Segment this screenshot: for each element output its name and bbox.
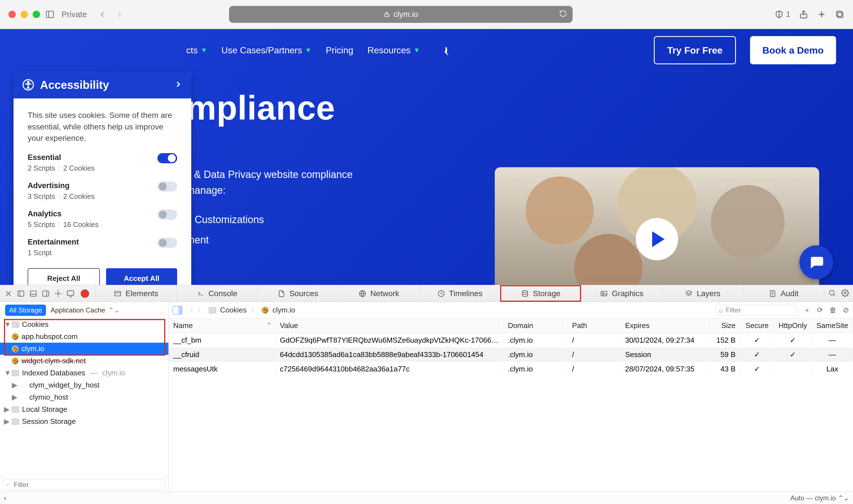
minimize-window[interactable] (21, 11, 28, 18)
window-controls (8, 11, 40, 18)
col-name[interactable]: Name (169, 319, 275, 333)
clear-all-icon[interactable]: ⊘ (843, 306, 849, 314)
cookie-host-hubspot[interactable]: app.hubspot.com (0, 330, 168, 343)
console-prompt-icon[interactable]: › (4, 494, 6, 502)
toggle-details-panel-icon[interactable] (173, 306, 182, 314)
col-value[interactable]: Value (275, 319, 504, 333)
dock-right-icon[interactable] (40, 288, 51, 299)
cookie-host-widget[interactable]: widget.clym-sdk.net (0, 355, 168, 367)
svg-point-32 (522, 290, 528, 292)
toggle-advertising[interactable] (158, 181, 177, 192)
hero-video[interactable] (495, 167, 819, 285)
tab-layers[interactable]: Layers (662, 285, 743, 302)
close-devtools-icon[interactable] (3, 288, 14, 299)
nav-search-icon[interactable] (446, 48, 447, 53)
toggle-analytics[interactable] (158, 210, 177, 220)
col-domain[interactable]: Domain (503, 319, 567, 333)
tree-session-storage[interactable]: ▶Session Storage (0, 415, 168, 428)
svg-rect-26 (114, 291, 121, 295)
dock-bottom-icon[interactable] (28, 288, 39, 299)
close-window[interactable] (8, 11, 16, 18)
share-icon[interactable] (799, 10, 809, 19)
try-free-button[interactable]: Try For Free (654, 36, 736, 64)
idb-item-2[interactable]: ▶clymio_host (0, 391, 168, 403)
play-button[interactable] (636, 218, 678, 260)
storage-tree: ▼Cookies app.hubspot.com clym.io widget.… (0, 319, 168, 478)
inspect-icon[interactable] (53, 288, 64, 299)
tab-sources[interactable]: Sources (257, 285, 338, 302)
crumb-back-icon[interactable]: 〈 (186, 305, 194, 315)
idb-item-1[interactable]: ▶clym_widget_by_host (0, 379, 168, 391)
book-demo-button[interactable]: Book a Demo (750, 36, 836, 64)
forward-icon[interactable] (114, 10, 124, 19)
dock-left-icon[interactable] (15, 288, 26, 299)
table-row[interactable]: __cfruid64dcdd1305385ad6a1ca83bb5888e9ab… (169, 347, 853, 362)
tab-storage[interactable]: Storage (500, 285, 581, 302)
tab-graphics[interactable]: Graphics (581, 285, 662, 302)
chat-fab[interactable] (799, 245, 833, 279)
a11y-description: This site uses cookies. Some of them are… (28, 110, 177, 144)
tree-indexed-db[interactable]: ▼Indexed Databases — clym.io (0, 367, 168, 379)
accept-all-button[interactable]: Accept All (106, 268, 177, 285)
table-row[interactable]: messagesUtkc7256469d9644310bb4682aa36a1a… (169, 362, 853, 376)
reload-icon[interactable] (559, 10, 567, 19)
tab-overview-icon[interactable] (835, 10, 845, 19)
refresh-icon[interactable]: ⟳ (817, 306, 823, 314)
tab-network[interactable]: Network (338, 285, 419, 302)
add-cookie-icon[interactable]: ＋ (803, 305, 811, 315)
device-icon[interactable] (65, 288, 76, 299)
nav-pricing[interactable]: Pricing (326, 45, 353, 56)
sidebar-toggle-icon[interactable] (45, 10, 55, 19)
privacy-report[interactable]: 1 (775, 10, 791, 19)
nav-resources[interactable]: Resources▼ (367, 45, 420, 56)
error-indicator[interactable] (81, 289, 89, 298)
col-httponly[interactable]: HttpOnly (774, 319, 812, 333)
crumb-folder[interactable]: Cookies (220, 306, 247, 314)
play-icon (652, 231, 665, 247)
reject-all-button[interactable]: Reject All (28, 268, 100, 285)
toggle-entertainment[interactable] (158, 238, 177, 248)
tree-local-storage[interactable]: ▶Local Storage (0, 403, 168, 415)
tree-cookies[interactable]: ▼Cookies (0, 319, 168, 330)
nav-usecases[interactable]: Use Cases/Partners▼ (221, 45, 312, 56)
address-bar[interactable]: clym.io (229, 6, 573, 23)
col-expires[interactable]: Expires (620, 319, 704, 333)
zoom-window[interactable] (33, 11, 40, 18)
sidebar-filter: ⌕ (0, 478, 168, 491)
svg-rect-8 (837, 11, 842, 16)
delete-icon[interactable]: 🗑 (829, 306, 837, 314)
lock-icon (383, 11, 390, 18)
tab-elements[interactable]: Elements (95, 285, 176, 302)
cookie-host-clym[interactable]: clym.io (0, 343, 168, 355)
tab-console[interactable]: Console (176, 285, 257, 302)
shield-count: 1 (786, 10, 791, 19)
nav-products[interactable]: cts▼ (186, 45, 207, 56)
back-icon[interactable] (97, 10, 107, 19)
tab-timelines[interactable]: Timelines (419, 285, 500, 302)
table-filter[interactable]: ⌕Filter (715, 305, 797, 316)
layers-icon (685, 290, 693, 298)
col-samesite[interactable]: SameSite (812, 319, 853, 333)
tab-audit[interactable]: Audit (743, 285, 824, 302)
table-row[interactable]: __cf_bmGdOFZ9q6PwfT87YlERQbzWu6MSZe6uayd… (169, 333, 853, 348)
col-secure[interactable]: Secure (740, 319, 774, 333)
devtools-footer: › Auto — clym.io ⌃⌄ (0, 491, 853, 504)
a11y-header[interactable]: Accessibility (14, 71, 191, 98)
sidebar-filter-input[interactable] (3, 480, 165, 490)
folder-icon (12, 370, 19, 376)
crumb-host[interactable]: clym.io (272, 306, 295, 314)
col-path[interactable]: Path (567, 319, 621, 333)
chevron-right-icon[interactable] (174, 79, 183, 91)
col-size[interactable]: Size (704, 319, 740, 333)
toggle-essential[interactable] (158, 153, 177, 163)
devtools-search-icon[interactable] (828, 289, 836, 298)
application-cache-link[interactable]: Application Cache ⌃⌄ (51, 306, 119, 314)
all-storage-pill[interactable]: All Storage (5, 305, 46, 316)
category-entertainment: Entertainment 1 Script (28, 238, 177, 257)
new-tab-icon[interactable] (817, 10, 827, 19)
svg-point-34 (602, 292, 604, 294)
crumb-forward-icon[interactable]: 〉 (197, 305, 205, 315)
category-advertising: Advertising 3 Scripts2 Cookies (28, 181, 177, 200)
devtools-settings-icon[interactable] (841, 289, 849, 298)
footer-frame-selector[interactable]: Auto — clym.io ⌃⌄ (791, 494, 849, 502)
